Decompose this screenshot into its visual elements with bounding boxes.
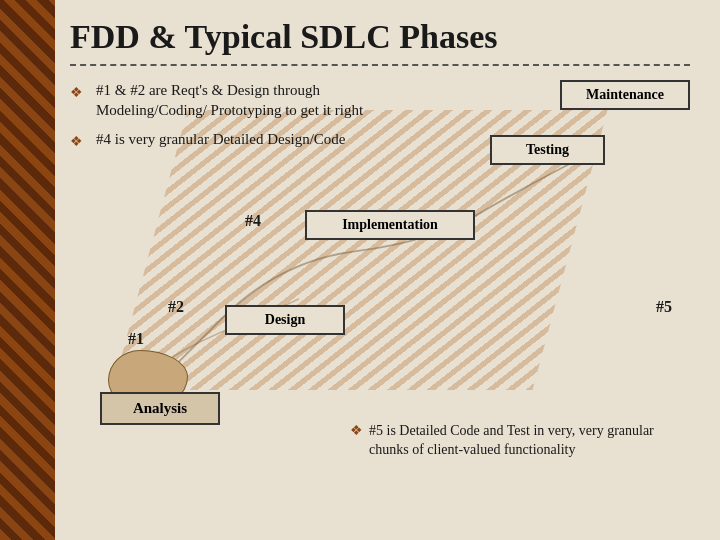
maintenance-box: Maintenance (560, 80, 690, 110)
analysis-box: Analysis (100, 392, 220, 425)
slide: FDD & Typical SDLC Phases #1 & #2 are Re… (0, 0, 720, 540)
bullet-item-2: #4 is very granular Detailed Design/Code (70, 129, 410, 151)
bullet-icon-2 (70, 131, 90, 151)
number-label-5: #5 (656, 298, 672, 316)
bullet-text-1: #1 & #2 are Reqt's & Design through Mode… (96, 80, 410, 121)
bottom-bullet-icon: ❖ (350, 421, 363, 441)
content-area: #1 & #2 are Reqt's & Design through Mode… (70, 80, 690, 470)
implementation-box: Implementation (305, 210, 475, 240)
title-divider (70, 64, 690, 66)
bullet-text-2: #4 is very granular Detailed Design/Code (96, 129, 346, 149)
slide-title: FDD & Typical SDLC Phases (70, 18, 690, 56)
number-label-1: #1 (128, 330, 144, 348)
left-border-decoration (0, 0, 55, 540)
bottom-note: ❖ #5 is Detailed Code and Test in very, … (350, 421, 680, 460)
number-label-2: #2 (168, 298, 184, 316)
bullet-icon-1 (70, 82, 90, 102)
testing-box: Testing (490, 135, 605, 165)
bullets-container: #1 & #2 are Reqt's & Design through Mode… (70, 80, 410, 159)
number-label-4: #4 (245, 212, 261, 230)
design-box: Design (225, 305, 345, 335)
bullet-item-1: #1 & #2 are Reqt's & Design through Mode… (70, 80, 410, 121)
